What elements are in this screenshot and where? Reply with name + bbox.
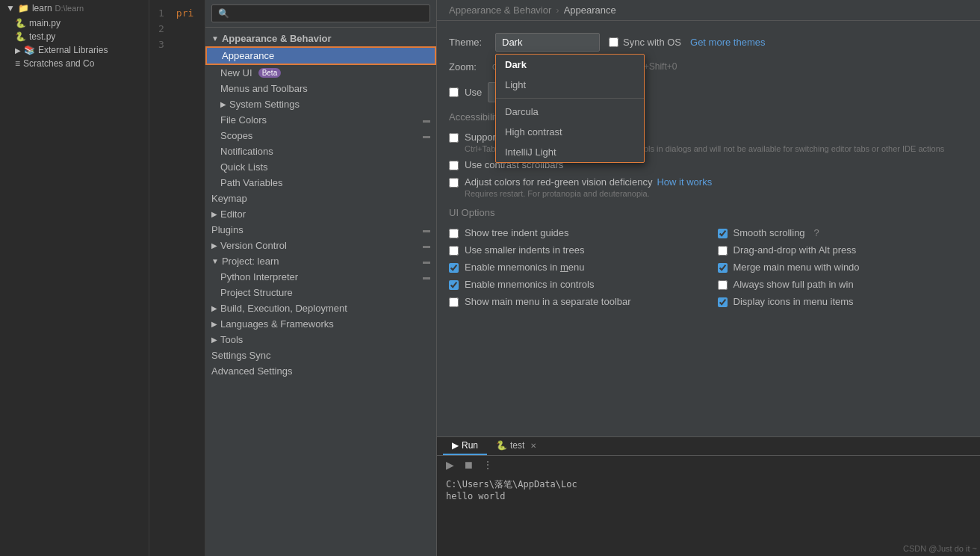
settings-tree: ▼ Appearance & Behavior Appearance New U… bbox=[205, 28, 436, 556]
file-test-py[interactable]: 🐍 test.py bbox=[0, 30, 149, 43]
build-execution-label: Build, Execution, Deployment bbox=[220, 303, 347, 314]
scopes-icon: ▬ bbox=[423, 132, 430, 140]
sidebar-item-new-ui[interactable]: New UI Beta bbox=[205, 65, 436, 81]
run-tab[interactable]: ▶ Run bbox=[443, 437, 487, 455]
sync-os-checkbox[interactable] bbox=[609, 37, 618, 47]
display-icons-label: Display icons in menu items bbox=[734, 296, 854, 307]
terminal-output-hello: hello world bbox=[446, 491, 971, 501]
theme-option-light[interactable]: Light bbox=[496, 75, 644, 95]
pi-icon: ▬ bbox=[423, 273, 430, 281]
project-folder-icon: 📁 bbox=[18, 3, 29, 13]
contrast-scrollbars-checkbox[interactable] bbox=[449, 161, 459, 170]
theme-option-darcula[interactable]: Darcula bbox=[496, 102, 644, 122]
always-show-path-label: Always show full path in win bbox=[734, 279, 854, 290]
line-1: 1 bbox=[152, 6, 170, 22]
theme-dropdown-menu: Dark Light Darcula High contrast Intelli… bbox=[495, 54, 645, 163]
sidebar-item-version-control[interactable]: ▶ Version Control ▬ bbox=[205, 238, 436, 253]
sidebar-item-plugins[interactable]: Plugins ▬ bbox=[205, 222, 436, 238]
ui-options-right: Smooth scrolling ? Drag-and-drop with Al… bbox=[718, 227, 969, 313]
file-colors-icon: ▬ bbox=[423, 116, 430, 124]
sidebar-item-build-execution[interactable]: ▶ Build, Execution, Deployment bbox=[205, 300, 436, 316]
run-action-btn[interactable]: ▶ bbox=[443, 457, 457, 472]
main-menu-toolbar-label: Show main menu in a separate toolbar bbox=[465, 296, 631, 307]
scopes-label: Scopes bbox=[220, 130, 252, 141]
breadcrumb-separator: › bbox=[556, 4, 559, 16]
mnemonics-menu-row: Enable mnemonics in menu bbox=[449, 262, 700, 273]
breadcrumb-current: Appearance bbox=[564, 4, 616, 16]
file-colors-label: File Colors bbox=[220, 114, 267, 126]
screen-readers-checkbox[interactable] bbox=[449, 133, 459, 143]
sidebar-item-file-colors[interactable]: File Colors ▬ bbox=[205, 112, 436, 128]
file-main-py[interactable]: 🐍 main.py bbox=[0, 16, 149, 30]
keymap-label: Keymap bbox=[211, 193, 247, 204]
display-icons-checkbox[interactable] bbox=[718, 297, 728, 307]
external-libraries[interactable]: ▶ 📚 External Libraries bbox=[0, 43, 149, 57]
use-font-checkbox[interactable] bbox=[449, 87, 459, 97]
ui-options-left: Show tree indent guides Use smaller inde… bbox=[449, 227, 700, 313]
sidebar-item-scopes[interactable]: Scopes ▬ bbox=[205, 128, 436, 143]
content-area: Theme: Dark Light Darcula High contrast … bbox=[437, 21, 980, 436]
settings-search-input[interactable] bbox=[211, 4, 430, 22]
smooth-scrolling-checkbox[interactable] bbox=[718, 229, 728, 238]
sidebar-item-notifications[interactable]: Notifications bbox=[205, 143, 436, 159]
get-more-themes-link[interactable]: Get more themes bbox=[690, 37, 765, 48]
show-tree-indent-label: Show tree indent guides bbox=[465, 227, 568, 238]
main-menu-toolbar-checkbox[interactable] bbox=[449, 297, 459, 307]
python-icon: 🐍 bbox=[15, 18, 26, 28]
sidebar-item-menus-toolbars[interactable]: Menus and Toolbars bbox=[205, 81, 436, 96]
always-show-path-row: Always show full path in win bbox=[718, 279, 969, 290]
sidebar-item-settings-sync[interactable]: Settings Sync bbox=[205, 348, 436, 363]
smooth-scrolling-row: Smooth scrolling ? bbox=[718, 227, 969, 238]
sidebar-item-quick-lists[interactable]: Quick Lists bbox=[205, 159, 436, 175]
python-interpreter-label: Python Interpreter bbox=[220, 271, 298, 282]
sidebar-item-advanced-settings[interactable]: Advanced Settings bbox=[205, 363, 436, 379]
theme-option-intellij-light[interactable]: IntelliJ Light bbox=[496, 142, 644, 162]
always-show-path-checkbox[interactable] bbox=[718, 280, 728, 290]
scratches-icon: ≡ bbox=[15, 58, 20, 69]
project-structure-label: Project Structure bbox=[220, 287, 293, 298]
smooth-scrolling-label: Smooth scrolling bbox=[734, 227, 805, 238]
editor-label: Editor bbox=[220, 208, 246, 220]
theme-option-high-contrast[interactable]: High contrast bbox=[496, 122, 644, 142]
sidebar-item-keymap[interactable]: Keymap bbox=[205, 191, 436, 206]
sidebar-item-appearance[interactable]: Appearance bbox=[205, 46, 436, 65]
chevron-right-icon-2: ▶ bbox=[211, 210, 217, 218]
sidebar-item-editor[interactable]: ▶ Editor bbox=[205, 206, 436, 222]
mnemonics-controls-checkbox[interactable] bbox=[449, 280, 459, 290]
sidebar-item-languages-frameworks[interactable]: ▶ Languages & Frameworks bbox=[205, 316, 436, 332]
merge-menu-checkbox[interactable] bbox=[718, 263, 728, 273]
code-line-2: pri bbox=[176, 6, 193, 22]
scratches[interactable]: ≡ Scratches and Co bbox=[0, 57, 149, 70]
show-tree-indent-checkbox[interactable] bbox=[449, 229, 459, 238]
sync-os-row: Sync with OS bbox=[609, 37, 681, 48]
sidebar-item-system-settings[interactable]: ▶ System Settings bbox=[205, 96, 436, 112]
smooth-scrolling-help-icon: ? bbox=[814, 227, 819, 238]
display-icons-row: Display icons in menu items bbox=[718, 296, 969, 307]
test-tab-close[interactable]: ✕ bbox=[530, 442, 536, 450]
how-it-works-link[interactable]: How it works bbox=[657, 176, 712, 188]
drag-drop-checkbox[interactable] bbox=[718, 246, 728, 256]
theme-option-dark[interactable]: Dark bbox=[496, 55, 644, 75]
sidebar-item-project-structure[interactable]: Project Structure bbox=[205, 285, 436, 300]
vc-icon: ▬ bbox=[423, 241, 430, 250]
main-content: Appearance & Behavior › Appearance Theme… bbox=[437, 0, 980, 556]
smaller-indents-checkbox[interactable] bbox=[449, 246, 459, 256]
main-menu-toolbar-row: Show main menu in a separate toolbar bbox=[449, 296, 700, 307]
mnemonics-menu-checkbox[interactable] bbox=[449, 263, 459, 273]
adjust-colors-checkbox[interactable] bbox=[449, 178, 459, 188]
sidebar-item-python-interpreter[interactable]: Python Interpreter ▬ bbox=[205, 269, 436, 285]
theme-dropdown[interactable]: Dark Light Darcula High contrast Intelli… bbox=[495, 33, 600, 52]
more-actions-btn[interactable]: ⋮ bbox=[480, 457, 496, 472]
settings-panel: ▼ Appearance & Behavior Appearance New U… bbox=[205, 0, 437, 556]
chevron-right-icon: ▶ bbox=[15, 46, 21, 55]
languages-frameworks-label: Languages & Frameworks bbox=[220, 318, 334, 330]
settings-sync-label: Settings Sync bbox=[211, 350, 271, 361]
sidebar-item-tools[interactable]: ▶ Tools bbox=[205, 332, 436, 348]
sidebar-item-project-learn[interactable]: ▼ Project: learn ▬ bbox=[205, 253, 436, 269]
stop-action-btn[interactable]: ⏹ bbox=[460, 457, 477, 472]
sidebar-item-path-variables[interactable]: Path Variables bbox=[205, 175, 436, 191]
sidebar-item-appearance-behavior[interactable]: ▼ Appearance & Behavior bbox=[205, 31, 436, 46]
settings-search-bar bbox=[205, 0, 436, 28]
test-tab[interactable]: 🐍 test ✕ bbox=[487, 437, 545, 455]
library-icon: 📚 bbox=[24, 45, 35, 55]
